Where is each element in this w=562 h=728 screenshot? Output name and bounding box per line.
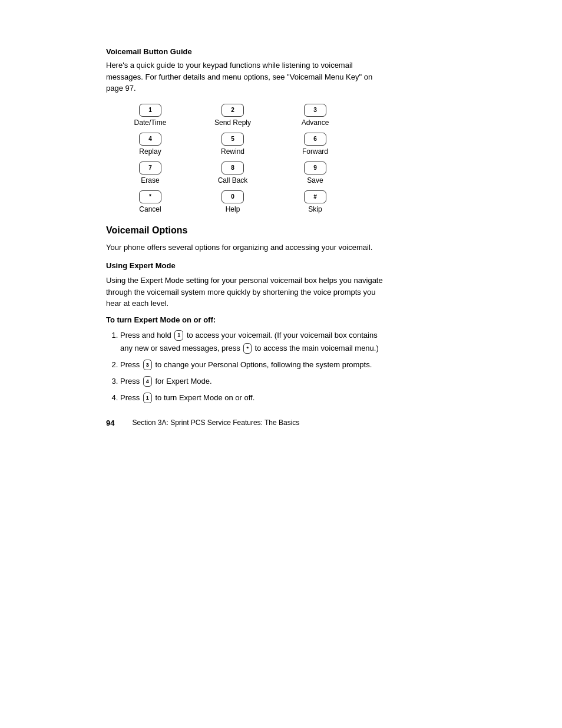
key-cell-replay: 4 Replay xyxy=(112,133,189,156)
page-number: 94 xyxy=(106,419,114,427)
key-2-label: Send Reply xyxy=(214,118,251,127)
page-content: Voicemail Button Guide Here's a quick gu… xyxy=(0,0,459,475)
voicemail-options-section: Voicemail Options Your phone offers seve… xyxy=(106,225,389,404)
expert-mode-steps: Press and hold 1 to access your voicemai… xyxy=(120,329,389,404)
key-8-icon: 8 xyxy=(222,162,244,174)
voicemail-button-guide-heading: Voicemail Button Guide xyxy=(106,47,389,56)
inline-key-3: 3 xyxy=(143,360,152,370)
key-7-label: Erase xyxy=(141,176,159,185)
key-8-label: Call Back xyxy=(218,176,248,185)
key-9-icon: 9 xyxy=(304,162,326,174)
key-cell-help: 0 Help xyxy=(194,190,271,213)
key-cell-save: 9 Save xyxy=(277,162,353,185)
using-expert-mode-body: Using the Expert Mode setting for your p… xyxy=(106,275,389,309)
key-star-icon: * xyxy=(139,190,161,203)
voicemail-button-guide-intro: Here's a quick guide to your keypad func… xyxy=(106,60,389,94)
step-4: Press 1 to turn Expert Mode on or off. xyxy=(120,391,389,404)
key-4-label: Replay xyxy=(139,147,161,156)
voicemail-options-intro: Your phone offers several options for or… xyxy=(106,242,389,253)
key-cell-call-back: 8 Call Back xyxy=(194,162,271,185)
key-9-label: Save xyxy=(307,176,323,185)
key-6-label: Forward xyxy=(302,147,328,156)
key-cell-cancel: * Cancel xyxy=(112,190,189,213)
step-2: Press 3 to change your Personal Options,… xyxy=(120,358,389,371)
key-cell-forward: 6 Forward xyxy=(277,133,353,156)
step-1: Press and hold 1 to access your voicemai… xyxy=(120,329,389,355)
voicemail-options-heading: Voicemail Options xyxy=(106,225,389,236)
button-grid: 1 Date/Time 2 Send Reply 3 Advance 4 Rep… xyxy=(112,104,389,213)
inline-key-1b: 1 xyxy=(143,393,152,403)
key-0-icon: 0 xyxy=(222,190,244,203)
step-3: Press 4 for Expert Mode. xyxy=(120,375,389,388)
key-4-icon: 4 xyxy=(139,133,161,146)
key-cell-send-reply: 2 Send Reply xyxy=(194,104,271,127)
key-1-label: Date/Time xyxy=(134,118,167,127)
key-cell-erase: 7 Erase xyxy=(112,162,189,185)
footer-section-text: Section 3A: Sprint PCS Service Features:… xyxy=(132,419,299,427)
key-star-label: Cancel xyxy=(139,205,161,213)
key-2-icon: 2 xyxy=(222,104,244,117)
inline-key-star: * xyxy=(243,343,252,354)
key-7-icon: 7 xyxy=(139,162,161,174)
inline-key-1a: 1 xyxy=(174,330,183,341)
key-6-icon: 6 xyxy=(304,133,326,146)
key-1-icon: 1 xyxy=(139,104,161,117)
key-3-icon: 3 xyxy=(304,104,326,117)
using-expert-mode-heading: Using Expert Mode xyxy=(106,261,389,270)
key-0-label: Help xyxy=(226,205,240,213)
voicemail-button-guide-section: Voicemail Button Guide Here's a quick gu… xyxy=(106,47,389,213)
key-5-label: Rewind xyxy=(221,147,244,156)
turn-on-off-label: To turn Expert Mode on or off: xyxy=(106,315,389,324)
key-pound-label: Skip xyxy=(308,205,322,213)
key-cell-advance: 3 Advance xyxy=(277,104,353,127)
using-expert-mode-section: Using Expert Mode Using the Expert Mode … xyxy=(106,261,389,404)
key-cell-skip: # Skip xyxy=(277,190,353,213)
key-pound-icon: # xyxy=(304,190,326,203)
key-5-icon: 5 xyxy=(222,133,244,146)
page-footer: 94 Section 3A: Sprint PCS Service Featur… xyxy=(106,419,389,427)
key-cell-rewind: 5 Rewind xyxy=(194,133,271,156)
key-cell-date-time: 1 Date/Time xyxy=(112,104,189,127)
inline-key-4: 4 xyxy=(143,376,152,387)
key-3-label: Advance xyxy=(302,118,329,127)
